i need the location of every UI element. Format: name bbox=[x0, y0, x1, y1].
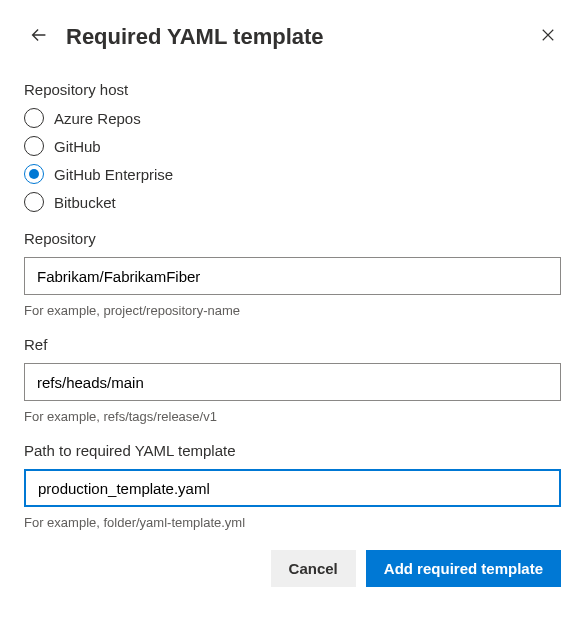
repository-host-radio-group: Azure Repos GitHub GitHub Enterprise Bit… bbox=[24, 108, 561, 212]
radio-label: GitHub bbox=[54, 138, 101, 155]
radio-option-bitbucket[interactable]: Bitbucket bbox=[24, 192, 561, 212]
arrow-left-icon bbox=[28, 24, 50, 49]
path-field-group: Path to required YAML template For examp… bbox=[24, 442, 561, 530]
radio-label: Bitbucket bbox=[54, 194, 116, 211]
path-help-text: For example, folder/yaml-template.yml bbox=[24, 515, 561, 530]
close-button[interactable] bbox=[535, 22, 561, 51]
cancel-button[interactable]: Cancel bbox=[271, 550, 356, 587]
ref-help-text: For example, refs/tags/release/v1 bbox=[24, 409, 561, 424]
add-required-template-button[interactable]: Add required template bbox=[366, 550, 561, 587]
radio-label: Azure Repos bbox=[54, 110, 141, 127]
ref-input[interactable] bbox=[24, 363, 561, 401]
radio-icon bbox=[24, 108, 44, 128]
radio-label: GitHub Enterprise bbox=[54, 166, 173, 183]
repository-field-group: Repository For example, project/reposito… bbox=[24, 230, 561, 318]
repository-label: Repository bbox=[24, 230, 561, 247]
ref-label: Ref bbox=[24, 336, 561, 353]
dialog-header: Required YAML template bbox=[24, 20, 561, 53]
radio-icon bbox=[24, 192, 44, 212]
close-icon bbox=[539, 26, 557, 47]
radio-option-github-enterprise[interactable]: GitHub Enterprise bbox=[24, 164, 561, 184]
dialog-title: Required YAML template bbox=[66, 24, 535, 50]
radio-option-azure-repos[interactable]: Azure Repos bbox=[24, 108, 561, 128]
radio-icon bbox=[24, 164, 44, 184]
radio-icon bbox=[24, 136, 44, 156]
dialog-footer: Cancel Add required template bbox=[24, 550, 561, 587]
back-button[interactable] bbox=[24, 20, 54, 53]
path-input[interactable] bbox=[24, 469, 561, 507]
repository-host-label: Repository host bbox=[24, 81, 561, 98]
repository-help-text: For example, project/repository-name bbox=[24, 303, 561, 318]
ref-field-group: Ref For example, refs/tags/release/v1 bbox=[24, 336, 561, 424]
radio-option-github[interactable]: GitHub bbox=[24, 136, 561, 156]
path-label: Path to required YAML template bbox=[24, 442, 561, 459]
repository-input[interactable] bbox=[24, 257, 561, 295]
